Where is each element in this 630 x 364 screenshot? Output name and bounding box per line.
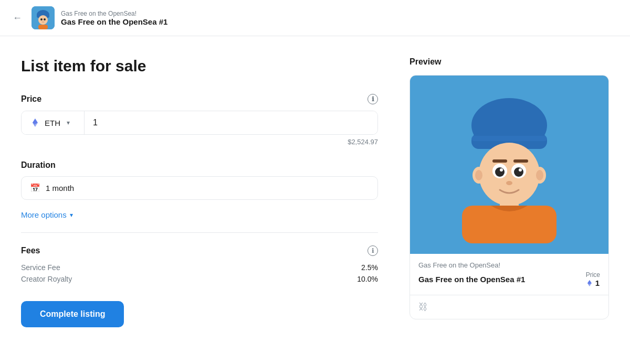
preview-label: Preview [410, 57, 609, 67]
svg-point-4 [40, 18, 43, 20]
svg-point-27 [519, 168, 522, 172]
price-input[interactable] [85, 111, 377, 134]
preview-info: Gas Free on the OpenSea! Gas Free on the… [410, 254, 608, 295]
preview-eth-icon [586, 280, 593, 287]
preview-collection: Gas Free on the OpenSea! [418, 261, 600, 269]
price-info-icon[interactable]: ℹ [368, 94, 378, 104]
right-panel: Preview [410, 57, 609, 327]
eth-icon [30, 117, 40, 128]
svg-marker-10 [33, 119, 35, 124]
svg-point-5 [44, 18, 46, 20]
nft-avatar [32, 6, 55, 29]
svg-point-18 [475, 170, 482, 180]
svg-rect-13 [471, 136, 547, 141]
fees-divider [21, 232, 378, 233]
duration-label: Duration [21, 160, 378, 170]
creator-royalty-value: 10.0% [357, 275, 378, 283]
header-text: Gas Free on the OpenSea! Gas Free on the… [61, 10, 167, 26]
header-title: Gas Free on the OpenSea #1 [61, 17, 167, 26]
fee-row-service: Service Fee 2.5% [21, 263, 378, 272]
svg-point-28 [506, 181, 512, 185]
preview-card: Gas Free on the OpenSea! Gas Free on the… [410, 75, 609, 319]
price-usd: $2,524.97 [21, 138, 378, 146]
svg-point-24 [495, 167, 505, 177]
price-row: ETH ▾ [21, 111, 378, 135]
more-options-chevron-icon: ▾ [70, 211, 73, 219]
link-icon: ⛓ [418, 302, 428, 313]
more-options-button[interactable]: More options ▾ [21, 210, 73, 219]
preview-price-block: Price 1 [586, 271, 600, 287]
currency-select[interactable]: ETH ▾ [22, 111, 85, 134]
creator-royalty-label: Creator Royalty [21, 275, 72, 283]
service-fee-value: 2.5% [361, 263, 378, 272]
currency-chevron-icon: ▾ [67, 119, 70, 126]
page-title: List item for sale [21, 57, 378, 75]
more-options-label: More options [21, 210, 67, 219]
price-section-header: Price ℹ [21, 94, 378, 104]
left-panel: List item for sale Price ℹ ETH ▾ $2,524.… [21, 57, 378, 327]
fees-title: Fees [21, 246, 40, 255]
preview-footer: ⛓ [410, 295, 608, 319]
header-subtitle: Gas Free on the OpenSea! [61, 10, 167, 17]
header: ← Gas Free on the OpenSea! Gas Free on t… [0, 0, 630, 36]
svg-point-26 [500, 168, 503, 172]
fees-header: Fees ℹ [21, 245, 378, 256]
complete-listing-button[interactable]: Complete listing [21, 301, 124, 327]
preview-price-label: Price [586, 271, 600, 279]
preview-price-number: 1 [595, 279, 600, 287]
svg-rect-6 [38, 25, 48, 29]
svg-point-25 [514, 167, 523, 177]
fee-row-royalty: Creator Royalty 10.0% [21, 275, 378, 283]
preview-nft-title-row: Gas Free on the OpenSea #1 Price 1 [418, 271, 600, 287]
svg-rect-20 [492, 159, 507, 163]
svg-point-15 [479, 143, 540, 206]
preview-nft-name: Gas Free on the OpenSea #1 [418, 275, 525, 284]
svg-rect-21 [513, 159, 528, 163]
service-fee-label: Service Fee [21, 263, 60, 272]
duration-value: 1 month [46, 184, 74, 192]
fees-info-icon[interactable]: ℹ [368, 245, 378, 256]
preview-image [410, 76, 608, 254]
preview-price-value: 1 [586, 279, 600, 287]
calendar-icon: 📅 [30, 183, 40, 193]
svg-point-19 [536, 170, 543, 180]
price-label: Price [21, 94, 41, 104]
back-button[interactable]: ← [10, 10, 24, 26]
currency-label: ETH [45, 119, 60, 127]
main-content: List item for sale Price ℹ ETH ▾ $2,524.… [0, 36, 630, 348]
duration-field[interactable]: 📅 1 month [21, 176, 378, 200]
svg-point-3 [38, 15, 48, 25]
